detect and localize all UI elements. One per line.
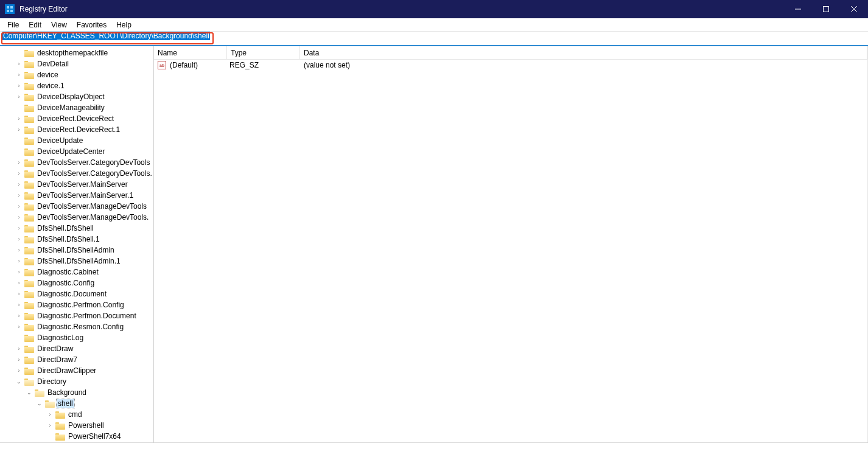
chevron-right-icon[interactable]: › [15,367,23,374]
tree-item[interactable]: ›DirectDrawClipper [0,365,153,376]
tree-item[interactable]: ›device [0,69,153,80]
tree-item[interactable]: ›DevDetail [0,58,153,69]
tree-item[interactable]: ›DevToolsServer.CategoryDevTools [0,157,153,168]
tree-item[interactable]: DeviceUpdate [0,135,153,146]
tree-item[interactable]: PowerShell7x64 [0,431,153,442]
titlebar[interactable]: Registry Editor [0,0,868,18]
chevron-right-icon[interactable]: › [15,246,23,254]
tree-item-label: Background [46,388,88,397]
chevron-right-icon[interactable]: › [15,82,23,89]
tree-item[interactable]: ›DfsShell.DfsShell [0,223,153,234]
tree-item-label: PowerShell7x64 [67,432,122,441]
chevron-right-icon[interactable]: › [15,301,23,309]
tree-item[interactable]: ›device.1 [0,80,153,91]
chevron-right-icon[interactable]: › [15,60,23,68]
chevron-right-icon[interactable]: › [46,411,54,418]
chevron-right-icon[interactable]: › [15,225,23,232]
tree-panel[interactable]: desktopthemepackfile›DevDetail›device›de… [0,46,154,454]
tree-item[interactable]: ›DfsShell.DfsShellAdmin [0,245,153,256]
menu-file[interactable]: File [2,19,24,30]
menu-view[interactable]: View [46,19,72,30]
menu-edit[interactable]: Edit [24,19,46,30]
chevron-right-icon[interactable]: › [15,312,23,320]
folder-icon [45,399,55,408]
tree-item[interactable]: ⌄Directory [0,376,153,387]
chevron-down-icon[interactable]: ⌄ [36,400,43,407]
list-row[interactable]: ab(Default)REG_SZ(value not set) [154,60,867,71]
chevron-right-icon[interactable]: › [15,290,23,298]
chevron-right-icon[interactable]: › [15,71,23,79]
chevron-right-icon[interactable]: › [15,268,23,276]
chevron-right-icon[interactable]: › [15,345,23,352]
tree-item[interactable]: ⌄Background [0,387,153,398]
focus-underline [0,45,868,46]
folder-icon [24,71,34,79]
list-body[interactable]: ab(Default)REG_SZ(value not set) [154,60,867,454]
tree-item[interactable]: ›DfsShell.DfsShell.1 [0,234,153,245]
tree-item-label: device.1 [36,82,66,90]
chevron-right-icon[interactable]: › [15,356,23,363]
tree-item[interactable]: ›DfsShell.DfsShellAdmin.1 [0,256,153,267]
tree-item[interactable]: ›cmd [0,409,153,420]
chevron-right-icon[interactable]: › [15,126,23,133]
tree-item[interactable]: DiagnosticLog [0,332,153,343]
close-button[interactable] [840,0,868,18]
chevron-right-icon[interactable]: › [15,192,23,199]
tree-item[interactable]: DeviceUpdateCenter [0,146,153,157]
chevron-down-icon[interactable]: ⌄ [26,389,33,396]
tree-item-label: DeviceManageability [36,103,106,112]
tree-item[interactable]: ›Diagnostic.Perfmon.Document [0,310,153,321]
tree-item[interactable]: ›DevToolsServer.MainServer [0,179,153,190]
tree-item[interactable]: ›DirectDraw [0,343,153,354]
menu-help[interactable]: Help [111,19,136,30]
tree-item-label: Directory [36,377,68,386]
chevron-right-icon[interactable]: › [15,323,23,330]
minimize-button[interactable] [784,0,812,18]
chevron-right-icon[interactable]: › [15,236,23,243]
chevron-right-icon[interactable]: › [46,422,54,429]
chevron-right-icon[interactable]: › [15,93,23,100]
chevron-right-icon[interactable]: › [15,181,23,188]
tree-item[interactable]: ›DevToolsServer.MainServer.1 [0,190,153,201]
svg-rect-1 [10,6,13,9]
tree-item[interactable]: ›DevToolsServer.CategoryDevTools. [0,168,153,179]
tree-item[interactable]: ›Diagnostic.Config [0,278,153,288]
folder-icon [24,169,34,178]
chevron-right-icon[interactable]: › [15,214,23,221]
tree-item[interactable]: ›Diagnostic.Perfmon.Config [0,299,153,310]
chevron-right-icon[interactable]: › [15,257,23,265]
maximize-button[interactable] [812,0,840,18]
tree-item-label: DirectDraw [36,344,74,353]
tree-item-label: Diagnostic.Config [36,279,96,287]
tree-item[interactable]: ›DeviceRect.DeviceRect [0,113,153,124]
chevron-down-icon[interactable]: ⌄ [15,378,23,385]
tree-item[interactable]: ›DevToolsServer.ManageDevTools [0,201,153,212]
address-input[interactable]: Computer\HKEY_CLASSES_ROOT\Directory\Bac… [0,32,868,45]
tree-item-label: Diagnostic.Cabinet [36,268,100,276]
column-data[interactable]: Data [300,46,867,59]
chevron-right-icon[interactable]: › [15,159,23,166]
chevron-right-icon[interactable]: › [15,279,23,287]
chevron-right-icon[interactable]: › [15,170,23,177]
folder-icon [24,93,34,101]
tree-item[interactable]: desktopthemepackfile [0,47,153,58]
column-type[interactable]: Type [227,46,300,59]
column-name[interactable]: Name [154,46,227,59]
tree-item[interactable]: ›Diagnostic.Cabinet [0,267,153,278]
folder-icon [55,421,65,430]
tree-item[interactable]: ›DeviceDisplayObject [0,91,153,102]
folder-icon [24,191,34,200]
tree-item[interactable]: ›DirectDraw7 [0,354,153,365]
tree-item[interactable]: ›Powershell [0,420,153,431]
chevron-right-icon[interactable]: › [15,203,23,210]
tree-item[interactable]: DeviceManageability [0,102,153,113]
chevron-right-icon[interactable]: › [15,115,23,122]
tree-item[interactable]: ›DevToolsServer.ManageDevTools. [0,212,153,223]
menu-favorites[interactable]: Favorites [72,19,111,30]
folder-icon [24,213,34,222]
tree-item-label: DevDetail [36,60,70,68]
tree-item[interactable]: ›Diagnostic.Document [0,288,153,299]
tree-item[interactable]: ›Diagnostic.Resmon.Config [0,321,153,332]
tree-item[interactable]: ›DeviceRect.DeviceRect.1 [0,124,153,135]
tree-item[interactable]: ⌄shell [0,398,153,409]
